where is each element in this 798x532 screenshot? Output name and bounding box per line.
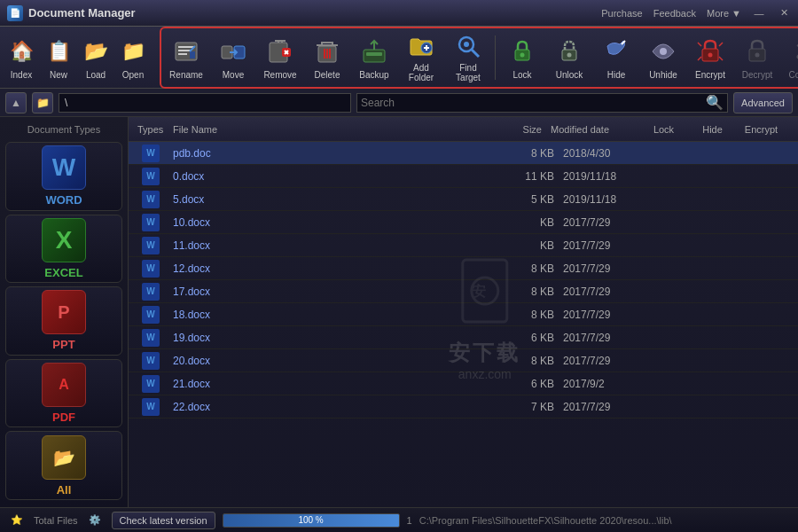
title-bar-right: Purchase Feedback More ▼ — ✕ <box>601 6 791 20</box>
find-target-button[interactable]: Find Target <box>445 30 491 85</box>
encrypt-label: Encrypt <box>695 70 725 80</box>
settings-icon[interactable]: ⚙️ <box>85 511 105 530</box>
minimize-button[interactable]: — <box>752 6 766 20</box>
hide-button[interactable]: Hide <box>593 30 639 85</box>
purchase-link[interactable]: Purchase <box>601 8 642 19</box>
rename-button[interactable]: Rename <box>163 30 209 85</box>
file-name: pdb.doc <box>173 147 501 160</box>
table-row[interactable]: W 11.docx KB 2017/7/29 <box>129 234 798 257</box>
delete-icon <box>311 35 343 67</box>
convert-button[interactable]: Convert <box>781 30 798 85</box>
open-label: Open <box>122 70 144 80</box>
file-size: 11 KB <box>501 170 563 183</box>
file-name: 20.docx <box>173 355 501 367</box>
add-folder-label: Add Folder <box>400 63 442 82</box>
load-icon: 📂 <box>80 35 112 67</box>
file-size: 5 KB <box>501 193 563 206</box>
pdf-label: PDF <box>52 411 75 424</box>
file-date: 2019/11/18 <box>563 170 652 183</box>
word-file-icon: W <box>142 191 160 208</box>
address-input[interactable] <box>59 93 351 113</box>
file-size: 8 KB <box>501 262 563 275</box>
sidebar-item-all[interactable]: 📂 All <box>5 431 122 500</box>
table-row[interactable]: W 5.docx 5 KB 2019/11/18 <box>129 188 798 211</box>
delete-button[interactable]: Delete <box>304 30 350 85</box>
convert-label: Convert <box>788 70 798 80</box>
table-row[interactable]: W 21.docx 6 KB 2017/9/2 <box>129 372 798 395</box>
more-menu[interactable]: More ▼ <box>707 8 741 19</box>
add-folder-button[interactable]: Add Folder <box>398 30 444 85</box>
ppt-icon: P <box>42 290 86 334</box>
new-button[interactable]: 📋 New <box>41 30 76 85</box>
new-label: New <box>50 70 67 80</box>
table-row[interactable]: W 22.docx 7 KB 2017/7/29 <box>129 395 798 419</box>
file-name: 19.docx <box>173 332 501 344</box>
index-button[interactable]: 🏠 Index <box>4 30 39 85</box>
header-filename: File Name <box>173 124 489 135</box>
svg-point-33 <box>708 52 713 57</box>
close-button[interactable]: ✕ <box>777 6 791 20</box>
sidebar-item-pdf[interactable]: A PDF <box>5 359 122 428</box>
table-row[interactable]: W 0.docx 11 KB 2019/11/18 <box>129 165 798 188</box>
unhide-button[interactable]: Unhide <box>640 30 686 85</box>
back-button[interactable]: ▲ <box>5 92 27 113</box>
file-date: 2017/7/29 <box>563 286 652 298</box>
file-ops-group: Rename Move Remove Delete Backup <box>160 27 798 89</box>
table-row[interactable]: W pdb.doc 8 KB 2018/4/30 <box>129 142 798 165</box>
move-button[interactable]: Move <box>210 30 256 85</box>
lock-button[interactable]: Lock <box>499 30 545 85</box>
file-name: 11.docx <box>173 239 501 252</box>
sidebar-item-excel[interactable]: X EXCEL <box>5 215 122 284</box>
advanced-button[interactable]: Advanced <box>733 92 793 113</box>
feedback-link[interactable]: Feedback <box>653 8 696 19</box>
remove-button[interactable]: Remove <box>257 30 303 85</box>
sidebar: Document Types W WORD X EXCEL P PPT A PD… <box>0 117 129 507</box>
table-row[interactable]: W 20.docx 8 KB 2017/7/29 <box>129 349 798 372</box>
word-file-icon: W <box>142 306 160 324</box>
table-row[interactable]: W 19.docx 6 KB 2017/7/29 <box>129 326 798 349</box>
total-files-label: Total Files <box>34 515 78 526</box>
file-date: 2018/4/30 <box>563 147 652 160</box>
decrypt-button[interactable]: Decrypt <box>734 30 780 85</box>
search-input[interactable] <box>361 97 706 109</box>
word-file-icon: W <box>142 398 160 416</box>
remove-label: Remove <box>263 70 296 80</box>
svg-point-30 <box>567 52 572 57</box>
header-lock: Lock <box>639 124 688 135</box>
ppt-label: PPT <box>52 338 74 351</box>
file-date: 2017/7/29 <box>563 355 652 367</box>
decrypt-icon <box>741 35 773 67</box>
table-row[interactable]: W 12.docx 8 KB 2017/7/29 <box>129 257 798 280</box>
title-bar-left: 📄 Document Manager <box>7 5 136 21</box>
table-row[interactable]: W 10.docx KB 2017/7/29 <box>129 211 798 234</box>
address-bar: ▲ 📁 🔍 Advanced <box>0 89 798 117</box>
new-icon: 📋 <box>43 35 74 67</box>
search-box: 🔍 <box>356 93 728 113</box>
file-size: 8 KB <box>501 286 563 298</box>
svg-rect-4 <box>190 51 195 59</box>
sidebar-item-word[interactable]: W WORD <box>5 142 122 211</box>
header-hide: Hide <box>688 124 737 135</box>
find-target-icon <box>452 32 484 60</box>
file-size: 6 KB <box>501 378 563 390</box>
svg-rect-20 <box>366 52 382 56</box>
open-button[interactable]: 📁 Open <box>115 30 151 85</box>
file-name: 18.docx <box>173 309 501 321</box>
sidebar-item-ppt[interactable]: P PPT <box>5 286 122 356</box>
move-icon <box>217 35 249 67</box>
index-icon: 🏠 <box>5 35 37 67</box>
search-icon[interactable]: 🔍 <box>706 94 724 111</box>
svg-point-26 <box>464 42 469 47</box>
header-types: Types <box>129 124 173 135</box>
table-row[interactable]: W 17.docx 8 KB 2017/7/29 <box>129 280 798 303</box>
progress-fill: 100 % <box>223 514 399 527</box>
load-button[interactable]: 📂 Load <box>78 30 113 85</box>
table-row[interactable]: W 18.docx 8 KB 2017/7/29 <box>129 303 798 326</box>
delete-label: Delete <box>315 70 340 80</box>
encrypt-button[interactable]: Encrypt <box>687 30 733 85</box>
check-latest-button[interactable]: Check latest version <box>112 512 215 529</box>
backup-button[interactable]: Backup <box>351 30 397 85</box>
unlock-button[interactable]: Unlock <box>546 30 592 85</box>
header-size: Size <box>489 124 551 135</box>
status-path: C:\Program Files\SilhouetteFX\Silhouette… <box>419 515 791 526</box>
